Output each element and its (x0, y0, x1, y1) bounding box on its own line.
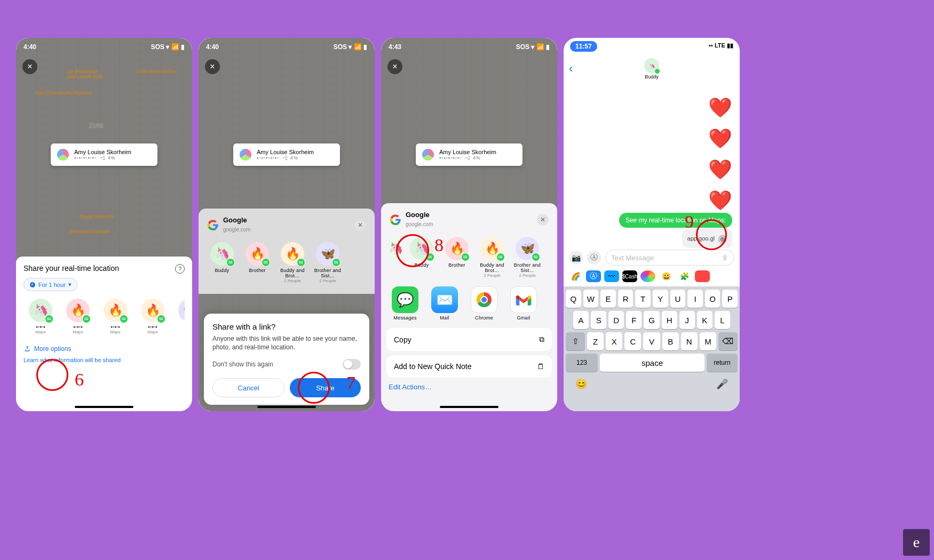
user-location-card[interactable]: Amy Louise Skorheim ▪▫▪▫▪▫▪▫▪▫ ▫▯ 4% (416, 143, 523, 166)
share-contact[interactable]: 🦋✉Brother and Sist…2 People (311, 242, 345, 283)
key[interactable]: D (608, 311, 624, 329)
share-contact[interactable]: 🔥✉Buddy and Brot…2 People (275, 242, 310, 283)
tray-app[interactable] (640, 270, 655, 282)
user-location-card[interactable]: Amy Louise Skorheim ▪▫▪▫▪▫▪▫▪▫ ▫▯ 4% (233, 143, 340, 166)
key[interactable]: N (681, 332, 698, 350)
cancel-button[interactable]: Cancel (212, 378, 284, 397)
key[interactable]: Y (653, 290, 668, 308)
key[interactable]: V (643, 332, 660, 350)
edit-actions-link[interactable]: Edit Actions… (386, 378, 552, 391)
key[interactable]: P (722, 290, 738, 308)
key[interactable]: A (573, 311, 589, 329)
key[interactable]: Q (566, 290, 581, 308)
key[interactable]: S (591, 311, 606, 329)
avatar (421, 148, 435, 162)
key[interactable]: F (626, 311, 642, 329)
tray-app[interactable]: 〰 (604, 270, 619, 282)
key[interactable]: R (618, 290, 634, 308)
key[interactable]: E (600, 290, 616, 308)
contact-item[interactable]: 🔥✉▪▫▪▫▪Maps (98, 299, 132, 334)
shift-key[interactable]: ⇧ (566, 332, 585, 350)
tray-app[interactable]: Ⓐ (586, 270, 601, 282)
key[interactable]: U (670, 290, 686, 308)
key[interactable]: H (662, 311, 677, 329)
share-contact-buddy[interactable]: 🦄✉Buddy (405, 237, 439, 278)
share-app-gmail[interactable]: Gmail (506, 286, 541, 321)
duration-chip[interactable]: For 1 hour ▾ (23, 278, 77, 291)
share-contact[interactable]: 🔥✉Brother (240, 242, 274, 283)
tray-app[interactable]: 😀 (659, 270, 674, 282)
masked-address: ▪▫▪▫▪▫▪▫▪▫ ▫▯ 4% (74, 155, 131, 161)
heart-message[interactable]: ❤️ (708, 158, 732, 181)
dont-show-label: Don't show this again (212, 361, 273, 368)
tray-app[interactable] (695, 270, 710, 282)
dialog-body: Anyone with this link will be able to se… (212, 334, 361, 351)
close-button[interactable]: × (22, 59, 37, 74)
tray-app[interactable]: $Cash (622, 270, 637, 282)
messages-icon: 💬 (392, 286, 418, 313)
key[interactable]: T (635, 290, 651, 308)
key[interactable]: I (687, 290, 703, 308)
numeric-key[interactable]: 123 (566, 354, 598, 372)
share-contact-partial[interactable]: 🦄 (387, 237, 403, 278)
space-key[interactable]: space (600, 354, 705, 372)
delete-key[interactable]: ⌫ (718, 332, 738, 350)
close-button[interactable]: × (205, 59, 220, 74)
apps-button[interactable]: Ⓐ (587, 251, 601, 265)
share-contact[interactable]: 🦄✉Buddy (205, 242, 239, 283)
back-button[interactable]: ‹ (569, 62, 573, 76)
dictate-icon[interactable]: 🎙 (722, 254, 729, 262)
close-button[interactable]: × (387, 59, 402, 74)
tray-app[interactable]: 🌈 (568, 270, 583, 282)
key[interactable]: X (606, 332, 622, 350)
screenshot-4: 11:57 ▪▪ LTE ▮▮ ‹ 🦄 Buddy ❤️ ❤️ ❤️ ❤️ Se… (564, 38, 740, 411)
user-location-card[interactable]: Amy Louise Skorheim ▪▫▪▫▪▫▪▫▪▫ ▫▯ 4% (51, 143, 157, 166)
key[interactable]: Z (587, 332, 604, 350)
more-options-link[interactable]: More options (23, 345, 185, 353)
home-indicator[interactable] (75, 406, 133, 408)
contact-item[interactable]: 🔥✉▪▫▪▫▪Maps (136, 299, 170, 334)
key[interactable]: J (679, 311, 695, 329)
contact-item[interactable]: 🦋✉ (173, 299, 185, 334)
note-icon: 🗒 (537, 362, 544, 371)
text-input[interactable]: Text Message 🎙 (605, 250, 734, 266)
tray-app[interactable]: 🧩 (677, 270, 692, 282)
key[interactable]: K (697, 311, 713, 329)
key[interactable]: L (715, 311, 730, 329)
contact-header[interactable]: 🦄 Buddy (644, 58, 659, 79)
status-icons: SOS ▾ 📶 ▮ (151, 43, 185, 51)
info-link[interactable]: Learn what information will be shared (23, 357, 185, 363)
key[interactable]: O (705, 290, 721, 308)
heart-message[interactable]: ❤️ (708, 127, 732, 150)
key[interactable]: M (700, 332, 716, 350)
mic-key[interactable]: 🎤 (716, 378, 728, 390)
heart-message[interactable]: ❤️ (708, 189, 732, 212)
key[interactable]: C (624, 332, 641, 350)
share-contact[interactable]: 🦋✉Brother and Sist…2 People (510, 237, 544, 278)
share-app-messages[interactable]: 💬Messages (387, 286, 423, 321)
copy-action[interactable]: Copy⧉ (386, 328, 552, 351)
key[interactable]: B (662, 332, 679, 350)
camera-button[interactable]: 📷 (569, 251, 583, 265)
return-key[interactable]: return (707, 354, 738, 372)
dont-show-toggle[interactable] (343, 359, 361, 370)
home-indicator[interactable] (257, 406, 316, 408)
quicknote-action[interactable]: Add to New Quick Note🗒 (386, 355, 552, 378)
status-bar: 4:40 SOS ▾ 📶 ▮ (16, 41, 192, 53)
share-app-chrome[interactable]: Chrome (466, 286, 502, 321)
share-contact[interactable]: 🔥✉Brother (440, 237, 474, 278)
key[interactable]: W (583, 290, 599, 308)
close-sheet-button[interactable]: ✕ (354, 219, 366, 231)
contact-item[interactable]: 🔥✉▪▫▪▫▪Maps (61, 299, 95, 334)
share-contact[interactable]: 🔥✉Buddy and Brot…2 People (475, 237, 509, 278)
heart-message[interactable]: ❤️ (708, 97, 732, 119)
key[interactable]: G (644, 311, 659, 329)
share-app-mail[interactable]: ✉️Mail (427, 286, 462, 321)
close-sheet-button[interactable]: ✕ (537, 214, 549, 226)
sent-message-bubble[interactable]: See my real-time location on Maps: (619, 213, 732, 228)
contact-item[interactable]: 🦄✉▪▫▪▫▪Maps (23, 299, 58, 334)
status-right: ▪▪ LTE ▮▮ (709, 42, 733, 49)
help-icon[interactable]: ? (175, 264, 185, 274)
home-indicator[interactable] (440, 406, 498, 408)
emoji-key[interactable]: 😊 (575, 378, 587, 390)
